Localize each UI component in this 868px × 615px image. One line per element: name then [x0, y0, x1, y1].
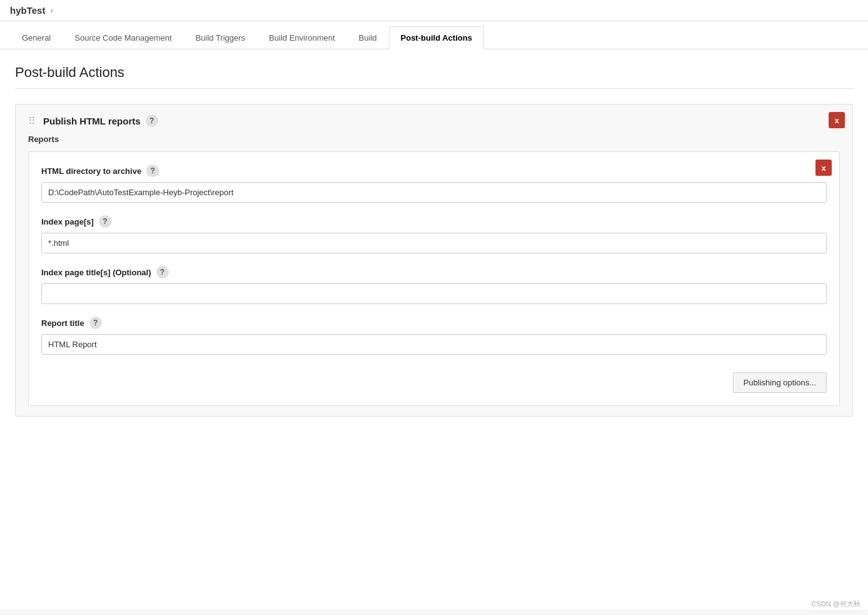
html-directory-input[interactable]: [41, 182, 827, 203]
reports-label: Reports: [28, 135, 840, 144]
index-page-titles-label-text: Index page title[s] (Optional): [41, 268, 151, 277]
tab-source-code-management[interactable]: Source Code Management: [63, 26, 183, 49]
report-title-field-group: Report title ?: [41, 317, 827, 355]
index-page-titles-label: Index page title[s] (Optional) ?: [41, 266, 827, 278]
html-directory-label-text: HTML directory to archive: [41, 166, 141, 176]
index-page-titles-field-group: Index page title[s] (Optional) ?: [41, 266, 827, 304]
section-title: Publish HTML reports: [43, 116, 141, 126]
publishing-options-button[interactable]: Publishing options...: [733, 372, 827, 393]
index-pages-input[interactable]: [41, 233, 827, 253]
html-directory-help-badge[interactable]: ?: [146, 165, 159, 177]
report-card: x HTML directory to archive ? Index page…: [28, 151, 840, 406]
report-card-delete-button[interactable]: x: [815, 160, 832, 176]
tab-navigation: General Source Code Management Build Tri…: [0, 21, 868, 49]
breadcrumb-project-name[interactable]: hybTest: [10, 5, 45, 16]
tab-post-build-actions[interactable]: Post-build Actions: [389, 26, 484, 49]
index-pages-label-text: Index page[s]: [41, 217, 94, 226]
report-title-help-badge[interactable]: ?: [89, 317, 102, 329]
main-content: General Source Code Management Build Tri…: [0, 21, 868, 609]
index-pages-field-group: Index page[s] ?: [41, 215, 827, 253]
tab-build[interactable]: Build: [347, 26, 389, 49]
report-title-label-text: Report title: [41, 318, 84, 328]
index-pages-label: Index page[s] ?: [41, 215, 827, 228]
tab-build-triggers[interactable]: Build Triggers: [184, 26, 257, 49]
watermark: CSDN @何大秋: [809, 598, 863, 609]
index-page-titles-input[interactable]: [41, 283, 827, 304]
breadcrumb-arrow: ›: [50, 6, 53, 15]
section-delete-button[interactable]: x: [829, 112, 845, 128]
tab-general[interactable]: General: [10, 26, 63, 49]
html-directory-label: HTML directory to archive ?: [41, 165, 827, 177]
tab-build-environment[interactable]: Build Environment: [257, 26, 347, 49]
section-help-badge[interactable]: ?: [146, 114, 158, 127]
publish-html-reports-section: ⠿ Publish HTML reports ? x Reports x HTM…: [15, 104, 853, 417]
section-header: ⠿ Publish HTML reports ?: [28, 114, 840, 127]
breadcrumb-bar: hybTest ›: [0, 0, 868, 21]
drag-handle-icon[interactable]: ⠿: [28, 115, 36, 127]
page-body: Post-build Actions ⠿ Publish HTML report…: [0, 49, 868, 442]
report-title-label: Report title ?: [41, 317, 827, 329]
index-page-titles-help-badge[interactable]: ?: [156, 266, 169, 278]
report-title-input[interactable]: [41, 334, 827, 355]
html-directory-field-group: HTML directory to archive ?: [41, 165, 827, 203]
index-pages-help-badge[interactable]: ?: [99, 215, 111, 228]
publishing-options-row: Publishing options...: [41, 367, 827, 393]
page-title: Post-build Actions: [15, 64, 853, 89]
